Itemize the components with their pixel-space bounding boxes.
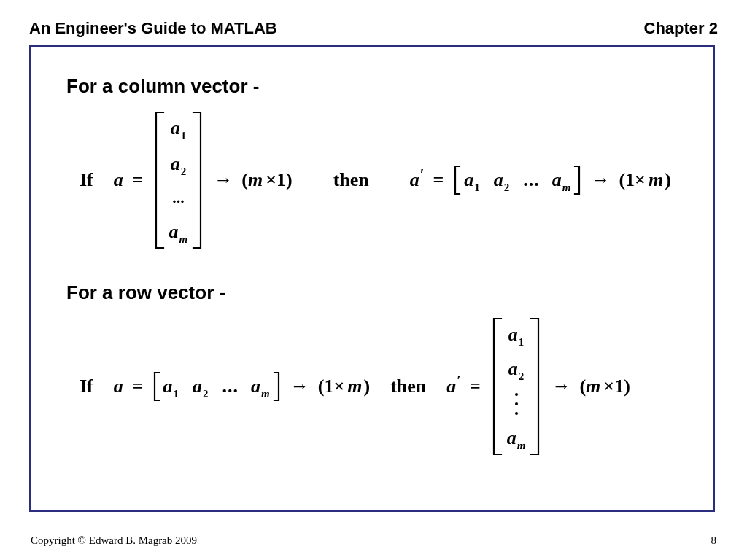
section-title-column: For a column vector - — [66, 75, 678, 98]
dim-one-2: 1 — [625, 169, 635, 191]
equals-sign-2: = — [433, 169, 444, 191]
dim-one-4: 1 — [614, 376, 624, 397]
equation-column-vector: If a = a1 a2 ... am → ( m × 1 ) — [80, 111, 678, 249]
var-a-2: a — [114, 376, 123, 397]
var-a: a — [114, 169, 123, 191]
prime-mark: ′ — [420, 166, 425, 183]
dim-m-2: m — [649, 169, 663, 191]
dim-one-3: 1 — [324, 376, 333, 397]
book-title: An Engineer's Guide to MATLAB — [29, 19, 277, 38]
left-bracket-icon — [454, 165, 461, 195]
section-title-row: For a row vector - — [66, 281, 678, 304]
vertical-dots-icon — [515, 393, 518, 415]
dim-one: 1 — [276, 169, 286, 191]
lparen-2: ( — [619, 169, 625, 191]
rparen: ) — [286, 169, 293, 191]
column-vector-bracket: a1 a2 ... am — [155, 111, 203, 249]
right-bracket-icon — [530, 317, 540, 456]
equals-sign: = — [132, 169, 143, 191]
if-label: If — [80, 169, 93, 191]
copyright-text: Copyright © Edward B. Magrab 2009 — [31, 534, 197, 547]
dim-m-4: m — [586, 376, 600, 397]
chapter-label: Chapter 2 — [644, 19, 718, 38]
arrow-right-icon: → — [214, 169, 233, 191]
row-vector-bracket-2: a1 a2 ... am — [153, 371, 280, 402]
equation-row-vector: If a = a1 a2 ... am → ( — [80, 317, 678, 456]
left-bracket-icon — [153, 371, 160, 402]
column-vector-bracket-2: a1 a2 am — [492, 317, 541, 456]
var-a-prime: a — [410, 169, 419, 191]
right-bracket-icon — [192, 111, 202, 249]
dim-m-3: m — [347, 376, 362, 397]
rparen-2: ) — [665, 169, 671, 191]
lparen-4: ( — [579, 376, 586, 397]
if-label-2: If — [80, 376, 93, 397]
slide-frame: For a column vector - If a = a1 a2 ... a… — [29, 45, 715, 512]
arrow-right-icon: → — [290, 376, 309, 397]
right-bracket-icon — [573, 165, 581, 195]
var-a-prime-2: a — [446, 376, 456, 397]
left-bracket-icon — [492, 317, 503, 456]
lparen-3: ( — [318, 376, 325, 397]
arrow-right-icon: → — [591, 169, 610, 191]
left-bracket-icon — [155, 111, 165, 249]
times-icon-2: × — [635, 169, 646, 191]
then-label: then — [333, 169, 369, 191]
times-icon: × — [266, 169, 276, 191]
times-icon-3: × — [333, 376, 344, 397]
lparen: ( — [241, 169, 248, 191]
rparen-3: ) — [364, 376, 371, 397]
equals-sign-3: = — [132, 376, 143, 397]
prime-mark-2: ′ — [457, 373, 461, 389]
times-icon-4: × — [603, 376, 614, 397]
arrow-right-icon: → — [551, 376, 570, 397]
right-bracket-icon — [273, 371, 280, 402]
dim-m: m — [248, 169, 263, 191]
equals-sign-4: = — [470, 376, 481, 397]
then-label-2: then — [390, 376, 426, 397]
page-number: 8 — [711, 534, 717, 547]
row-vector-bracket: a1 a2 ... am — [454, 165, 581, 195]
rparen-4: ) — [624, 376, 630, 397]
